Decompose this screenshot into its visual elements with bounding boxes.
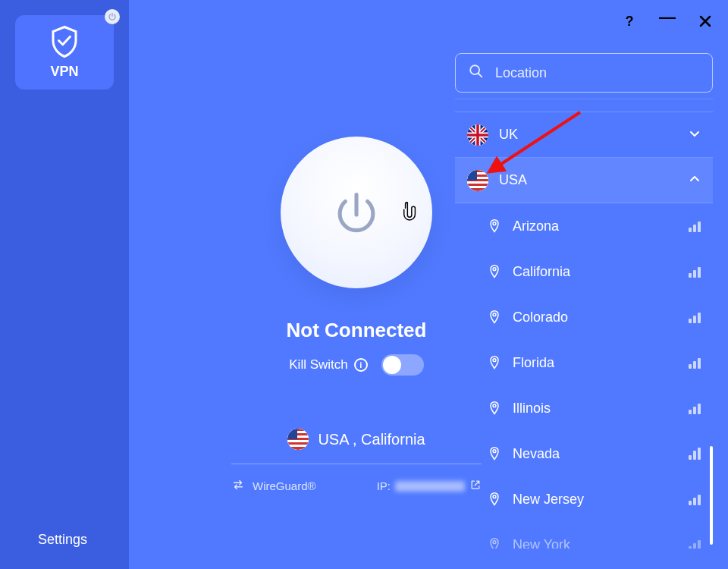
divider bbox=[231, 464, 482, 464]
help-button[interactable]: ? bbox=[622, 14, 637, 29]
city-name: New Jersey bbox=[513, 492, 678, 508]
info-icon[interactable]: i bbox=[354, 358, 368, 372]
city-row[interactable]: Florida bbox=[455, 340, 713, 385]
protocol-label[interactable]: WireGuard® bbox=[253, 479, 316, 492]
shield-icon bbox=[51, 26, 78, 56]
svg-rect-2 bbox=[287, 429, 309, 431]
selected-location[interactable]: USA , California bbox=[287, 429, 425, 450]
svg-point-21 bbox=[493, 313, 496, 316]
city-list[interactable]: Arizona California Colorado Florida Illi… bbox=[455, 203, 713, 549]
titlebar: ? — bbox=[622, 14, 713, 29]
svg-point-24 bbox=[493, 450, 496, 453]
svg-point-23 bbox=[493, 404, 496, 407]
sidebar-item-vpn[interactable]: VPN bbox=[15, 15, 114, 90]
decorative-strip bbox=[455, 99, 713, 112]
locations-panel: UK USA bbox=[455, 53, 713, 554]
chevron-down-icon bbox=[689, 127, 701, 143]
city-row[interactable]: Illinois bbox=[455, 385, 713, 431]
city-name: Nevada bbox=[513, 446, 678, 462]
pin-icon bbox=[487, 355, 502, 370]
svg-point-26 bbox=[493, 541, 496, 544]
pin-icon bbox=[487, 401, 502, 416]
location-search[interactable] bbox=[455, 53, 713, 93]
swap-icon[interactable] bbox=[231, 478, 245, 494]
city-name: Illinois bbox=[513, 401, 678, 417]
city-row[interactable]: Colorado bbox=[455, 294, 713, 340]
power-icon bbox=[330, 186, 383, 239]
power-badge-icon bbox=[105, 9, 120, 24]
city-row[interactable]: New Jersey bbox=[455, 476, 713, 522]
country-name: USA bbox=[499, 172, 678, 188]
svg-rect-16 bbox=[467, 184, 488, 186]
city-name: Colorado bbox=[513, 310, 678, 325]
svg-rect-5 bbox=[287, 442, 309, 445]
us-flag-icon bbox=[467, 170, 488, 191]
signal-icon bbox=[689, 266, 701, 278]
kill-switch-toggle[interactable] bbox=[381, 354, 424, 376]
svg-point-20 bbox=[493, 268, 496, 271]
pin-icon bbox=[487, 446, 502, 461]
location-search-input[interactable] bbox=[495, 65, 700, 81]
pin-icon bbox=[487, 537, 502, 549]
svg-point-22 bbox=[493, 359, 496, 362]
vpn-label: VPN bbox=[50, 64, 78, 80]
pin-icon bbox=[487, 218, 502, 234]
signal-icon bbox=[689, 311, 701, 323]
country-row-uk[interactable]: UK bbox=[455, 112, 713, 158]
pin-icon bbox=[487, 492, 502, 507]
svg-rect-7 bbox=[287, 429, 297, 439]
city-row[interactable]: New York bbox=[455, 522, 713, 549]
pin-icon bbox=[487, 310, 502, 325]
signal-icon bbox=[689, 493, 701, 505]
main-area: ? — Not bbox=[129, 0, 728, 569]
svg-rect-17 bbox=[467, 188, 488, 191]
city-name: Arizona bbox=[513, 218, 678, 234]
signal-icon bbox=[689, 357, 701, 369]
city-name: New York bbox=[513, 537, 678, 549]
country-row-usa[interactable]: USA bbox=[455, 158, 713, 203]
city-row[interactable]: Arizona bbox=[455, 203, 713, 249]
svg-rect-6 bbox=[287, 447, 309, 450]
signal-icon bbox=[689, 402, 701, 414]
city-name: Florida bbox=[513, 355, 678, 371]
city-row[interactable]: California bbox=[455, 249, 713, 294]
city-name: California bbox=[513, 264, 678, 280]
settings-link[interactable]: Settings bbox=[38, 532, 87, 547]
signal-icon bbox=[689, 220, 701, 232]
ip-label: IP: bbox=[377, 479, 391, 492]
svg-rect-13 bbox=[467, 170, 488, 172]
svg-point-19 bbox=[493, 222, 496, 225]
svg-rect-18 bbox=[467, 170, 477, 181]
signal-icon bbox=[689, 539, 701, 549]
search-icon bbox=[468, 63, 485, 83]
chevron-up-icon bbox=[689, 173, 701, 188]
uk-flag-icon bbox=[467, 124, 488, 146]
cursor-icon bbox=[402, 201, 419, 224]
selected-location-text: USA , California bbox=[318, 431, 425, 448]
us-flag-icon bbox=[287, 429, 309, 450]
kill-switch-label: Kill Switch bbox=[289, 357, 347, 373]
sidebar: VPN Settings bbox=[0, 0, 129, 569]
connection-status: Not Connected bbox=[287, 319, 427, 342]
country-name: UK bbox=[499, 127, 678, 143]
city-row[interactable]: Nevada bbox=[455, 431, 713, 476]
close-button[interactable] bbox=[698, 14, 713, 29]
signal-icon bbox=[689, 448, 701, 460]
svg-point-25 bbox=[493, 495, 496, 498]
minimize-button[interactable]: — bbox=[660, 10, 675, 25]
pin-icon bbox=[487, 264, 502, 279]
